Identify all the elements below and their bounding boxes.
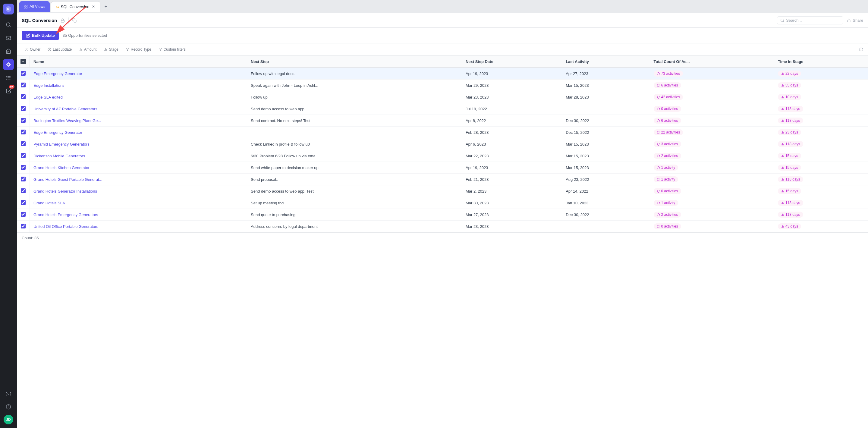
row-checkbox-cell[interactable] xyxy=(17,115,30,127)
row-checkbox[interactable] xyxy=(21,177,26,181)
share-button[interactable]: Share xyxy=(847,18,863,23)
row-time-in-stage: 15 days xyxy=(774,185,868,197)
table-row: Grand Hotels Generator Installations Sen… xyxy=(17,185,868,197)
sidebar-item-tasks[interactable] xyxy=(3,72,14,83)
row-checkbox[interactable] xyxy=(21,71,26,75)
svg-point-5 xyxy=(8,393,9,395)
row-checkbox-cell[interactable] xyxy=(17,209,30,221)
row-name[interactable]: Edge SLA edited xyxy=(30,91,247,103)
table-container: − Name Next Step Next Step Date Last Act… xyxy=(17,56,868,428)
row-name[interactable]: Dickenson Mobile Generators xyxy=(30,150,247,162)
row-name[interactable]: Edge Emergency Generator xyxy=(30,127,247,139)
row-name[interactable]: Grand Hotels Emergency Generators xyxy=(30,209,247,221)
filter-record-type[interactable]: Record Type xyxy=(123,46,154,53)
row-name[interactable]: Grand Hotels SLA xyxy=(30,197,247,209)
copy-icon[interactable] xyxy=(72,19,76,23)
search-box[interactable]: Search... xyxy=(777,16,843,24)
row-name[interactable]: Grand Hotels Generator Installations xyxy=(30,185,247,197)
opportunity-link[interactable]: Grand Hotels Emergency Generators xyxy=(33,213,98,217)
row-checkbox-cell[interactable] xyxy=(17,127,30,139)
opportunity-link[interactable]: Edge Emergency Generator xyxy=(33,71,82,76)
row-checkbox[interactable] xyxy=(21,130,26,134)
table-row: Pyramid Emergency Generators Check Linke… xyxy=(17,139,868,150)
row-checkbox[interactable] xyxy=(21,153,26,158)
tab-close-button[interactable]: ✕ xyxy=(91,4,96,9)
filter-record-type-label: Record Type xyxy=(131,47,151,52)
row-checkbox-cell[interactable] xyxy=(17,150,30,162)
row-name[interactable]: Pyramid Emergency Generators xyxy=(30,139,247,150)
row-checkbox-cell[interactable] xyxy=(17,91,30,103)
sidebar-item-settings[interactable] xyxy=(3,388,14,399)
row-checkbox-cell[interactable] xyxy=(17,139,30,150)
row-next-step-date: Jul 19, 2022 xyxy=(462,103,562,115)
filter-custom[interactable]: Custom filters xyxy=(156,46,189,53)
user-avatar[interactable]: JD xyxy=(4,415,13,424)
lock-icon[interactable] xyxy=(61,19,65,23)
svg-marker-26 xyxy=(159,48,162,51)
row-checkbox[interactable] xyxy=(21,83,26,87)
row-checkbox-cell[interactable] xyxy=(17,185,30,197)
row-checkbox-cell[interactable] xyxy=(17,80,30,91)
opportunity-link[interactable]: Edge Installations xyxy=(33,83,64,88)
sidebar-item-inbox[interactable] xyxy=(3,33,14,43)
sidebar-item-approvals[interactable]: 9+ xyxy=(3,86,14,96)
filter-amount[interactable]: Amount xyxy=(76,46,99,53)
row-name[interactable]: Grand Hotels Guest Portable Generat... xyxy=(30,174,247,185)
row-name[interactable]: Burlington Textiles Weaving Plant Ge... xyxy=(30,115,247,127)
row-name[interactable]: University of AZ Portable Generators xyxy=(30,103,247,115)
row-name[interactable]: Edge Emergency Generator xyxy=(30,67,247,80)
row-name[interactable]: Grand Hotels Kitchen Generator xyxy=(30,162,247,174)
row-checkbox-cell[interactable] xyxy=(17,221,30,233)
row-next-step: Check LinkedIn profile & follow u0 xyxy=(247,139,462,150)
sidebar-item-pipeline[interactable] xyxy=(3,59,14,70)
row-checkbox[interactable] xyxy=(21,141,26,146)
opportunity-link[interactable]: Pyramid Emergency Generators xyxy=(33,142,90,147)
sidebar-item-home[interactable] xyxy=(3,46,14,57)
row-name[interactable]: United Oil Office Portable Generators xyxy=(30,221,247,233)
row-checkbox[interactable] xyxy=(21,165,26,170)
time-in-stage-badge: 55 days xyxy=(778,82,801,88)
col-checkbox[interactable]: − xyxy=(17,56,30,67)
row-checkbox-cell[interactable] xyxy=(17,174,30,185)
sidebar-item-help[interactable] xyxy=(3,401,14,412)
opportunity-link[interactable]: Edge SLA edited xyxy=(33,95,63,99)
opportunity-link[interactable]: University of AZ Portable Generators xyxy=(33,107,97,111)
opportunity-link[interactable]: Edge Emergency Generator xyxy=(33,130,82,135)
tab-sql-conversion[interactable]: SQL Conversion ✕ xyxy=(51,1,101,12)
opportunity-link[interactable]: Grand Hotels Guest Portable Generat... xyxy=(33,177,102,182)
bulk-update-button[interactable]: Bulk Update xyxy=(22,31,59,40)
select-all-checkbox[interactable]: − xyxy=(21,59,26,64)
row-checkbox[interactable] xyxy=(21,188,26,193)
row-checkbox[interactable] xyxy=(21,224,26,228)
row-checkbox-cell[interactable] xyxy=(17,197,30,209)
opportunity-link[interactable]: Dickenson Mobile Generators xyxy=(33,154,85,158)
activity-count-badge: 1 activity xyxy=(654,164,678,171)
person-icon xyxy=(25,48,28,51)
refresh-button[interactable] xyxy=(859,47,863,52)
row-activity-count: 1 activity xyxy=(650,174,774,185)
row-checkbox-cell[interactable] xyxy=(17,162,30,174)
row-checkbox[interactable] xyxy=(21,118,26,123)
row-checkbox-cell[interactable] xyxy=(17,67,30,80)
row-checkbox[interactable] xyxy=(21,94,26,99)
row-checkbox[interactable] xyxy=(21,106,26,111)
sidebar-item-search[interactable] xyxy=(3,19,14,30)
tab-all-views[interactable]: All Views xyxy=(19,1,50,12)
app-logo[interactable] xyxy=(3,4,14,14)
row-time-in-stage: 118 days xyxy=(774,139,868,150)
opportunity-link[interactable]: Grand Hotels SLA xyxy=(33,201,65,205)
row-name[interactable]: Edge Installations xyxy=(30,80,247,91)
svg-point-14 xyxy=(781,19,784,22)
row-next-step-date: Feb 28, 2023 xyxy=(462,127,562,139)
row-checkbox-cell[interactable] xyxy=(17,103,30,115)
filter-owner[interactable]: Owner xyxy=(22,46,43,53)
opportunity-link[interactable]: Grand Hotels Generator Installations xyxy=(33,189,97,193)
row-checkbox[interactable] xyxy=(21,212,26,217)
filter-stage[interactable]: Stage xyxy=(101,46,121,53)
opportunity-link[interactable]: Burlington Textiles Weaving Plant Ge... xyxy=(33,118,101,123)
filter-last-update[interactable]: Last update xyxy=(44,46,75,53)
row-checkbox[interactable] xyxy=(21,200,26,205)
opportunity-link[interactable]: United Oil Office Portable Generators xyxy=(33,224,98,229)
opportunity-link[interactable]: Grand Hotels Kitchen Generator xyxy=(33,165,90,170)
new-tab-button[interactable]: + xyxy=(101,2,110,11)
